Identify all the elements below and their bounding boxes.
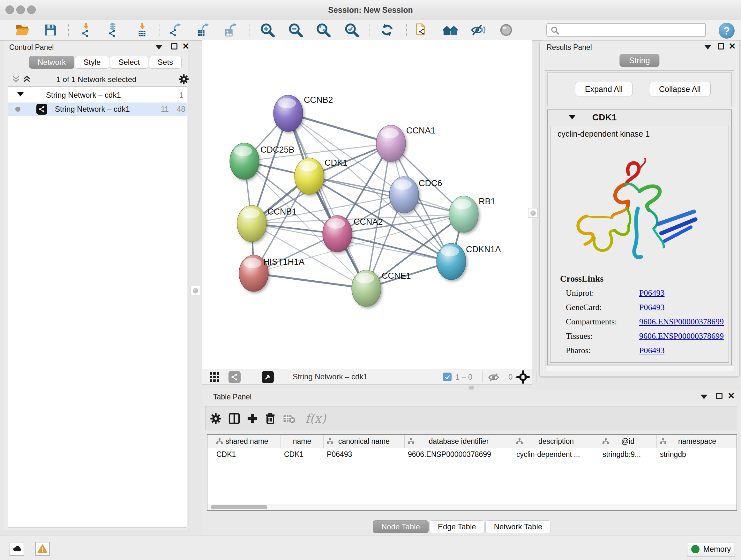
crosslink-link[interactable]: P06493 (639, 303, 664, 312)
table-cell[interactable]: P06493 (324, 448, 405, 461)
table-cell[interactable]: CDK1 (281, 448, 324, 461)
network-node-CCNE1[interactable] (352, 270, 381, 307)
maximize-panel-icon[interactable] (716, 393, 723, 399)
close-panel-icon[interactable]: ✕ (729, 43, 736, 50)
warnings-button[interactable] (35, 542, 50, 556)
close-panel-icon[interactable]: ✕ (182, 43, 190, 50)
network-view-toolbar: String Network – cdk1 1 – 0 0 – 0 (202, 369, 532, 385)
network-node-CDKN1A[interactable] (436, 243, 466, 280)
network-node-CDC25B[interactable] (230, 143, 259, 179)
tab-string[interactable]: String (619, 54, 659, 67)
network-row-selected[interactable]: String Network – cdk1 11 48 (8, 103, 187, 116)
results-scrollbar-track[interactable] (545, 366, 734, 371)
crosslink-link[interactable]: 9606.ENSP00000378699 (639, 331, 724, 341)
collapse-collection-icon[interactable] (17, 92, 23, 97)
tab-network-table[interactable]: Network Table (485, 520, 551, 533)
network-node-CCNB2[interactable] (273, 95, 303, 132)
table-cell[interactable]: stringdb:9... (599, 448, 657, 461)
zoom-in-button[interactable] (260, 22, 275, 38)
control-panel: Control Panel ✕ NetworkStyleSelectSets 1… (4, 40, 189, 531)
crosslink-link[interactable]: P06493 (639, 346, 664, 355)
column-header-@id[interactable]: @id (599, 435, 657, 448)
home-button[interactable] (443, 22, 458, 38)
zoom-out-button[interactable] (288, 22, 303, 38)
table-cell[interactable]: 9606.ENSP00000378699 (405, 448, 513, 461)
delete-column-trash-icon[interactable] (263, 411, 278, 426)
export-network-button[interactable] (167, 22, 183, 38)
toolbar-separator (406, 23, 407, 37)
column-header-shared-name[interactable]: shared name (213, 435, 281, 448)
network-node-CCNB1[interactable] (237, 205, 266, 242)
clone-network-button[interactable] (414, 22, 429, 38)
refresh-layout-button[interactable] (380, 22, 395, 38)
network-edge-HIST1H1A-CCNE1[interactable] (254, 273, 366, 288)
close-panel-icon[interactable]: ✕ (728, 392, 735, 400)
gear-icon[interactable] (178, 73, 190, 85)
toolbar-separator (68, 23, 69, 37)
table-cell[interactable]: CDK1 (213, 448, 281, 461)
hide-panel-eye-button[interactable] (471, 22, 486, 38)
show-columns-icon[interactable] (226, 411, 242, 426)
export-image-button[interactable] (223, 22, 239, 38)
zoom-selected-button[interactable] (344, 22, 359, 38)
import-table-from-file-button[interactable] (135, 22, 150, 38)
navbar-separator (482, 371, 483, 382)
selected-nodes-checkbox[interactable] (443, 373, 452, 381)
tab-network[interactable]: Network (29, 56, 74, 69)
cloud-button[interactable] (10, 542, 24, 556)
collapse-section-icon[interactable] (569, 115, 576, 119)
tab-sets[interactable]: Sets (149, 56, 182, 69)
maximize-panel-icon[interactable] (718, 43, 724, 50)
crosslink-link[interactable]: 9606.ENSP00000378699 (639, 317, 724, 326)
network-node-CDC6[interactable] (389, 177, 419, 213)
network-graph[interactable]: CCNB2CCNA1CDC25BCDK1CDC6RB1CCNB1CCNA2CDK… (202, 40, 532, 369)
float-panel-icon[interactable] (704, 45, 711, 50)
tab-edge-table[interactable]: Edge Table (429, 520, 485, 533)
export-table-button[interactable] (196, 22, 211, 38)
network-node-RB1[interactable] (449, 196, 478, 233)
network-thumbnail-icon[interactable] (228, 371, 241, 383)
column-header-database-identifier[interactable]: database identifier (405, 435, 513, 448)
table-cell[interactable]: cyclin-dependent ... (513, 448, 599, 461)
memory-button[interactable]: Memory (687, 542, 735, 557)
zoom-fit-button[interactable] (316, 22, 331, 38)
save-session-button[interactable] (43, 22, 58, 38)
network-edge-CCNB2-CCNA1[interactable] (288, 113, 391, 143)
collapse-all-button[interactable]: Collapse All (649, 82, 711, 97)
import-network-from-database-button[interactable] (105, 22, 121, 38)
table-scrollbar-thumb[interactable] (211, 505, 267, 509)
maximize-panel-icon[interactable] (171, 43, 178, 50)
tab-node-table[interactable]: Node Table (373, 520, 428, 533)
tab-style[interactable]: Style (75, 56, 109, 69)
help-button[interactable]: ? (719, 23, 735, 39)
table-cell[interactable]: stringdb (657, 448, 737, 461)
open-session-button[interactable] (15, 22, 30, 38)
left-splitter-handle[interactable] (191, 286, 200, 295)
float-panel-icon[interactable] (700, 395, 708, 399)
column-header-canonical-name[interactable]: canonical name (324, 435, 405, 448)
float-panel-icon[interactable] (155, 45, 162, 50)
grid-view-icon[interactable] (209, 371, 220, 383)
search-input[interactable] (562, 24, 703, 37)
crosslink-link[interactable]: P06493 (639, 288, 664, 298)
column-header-namespace[interactable]: namespace (657, 435, 737, 448)
lens-button[interactable] (498, 22, 514, 38)
network-node-CCNA1[interactable] (376, 125, 406, 162)
node-label-CCNA2: CCNA2 (354, 217, 383, 227)
column-header-description[interactable]: description (513, 435, 599, 448)
add-column-plus-icon[interactable] (245, 411, 260, 426)
expand-all-button[interactable]: Expand All (575, 82, 632, 97)
network-canvas[interactable]: CCNB2CCNA1CDC25BCDK1CDC6RB1CCNB1CCNA2CDK… (202, 40, 532, 369)
network-node-CDK1[interactable] (294, 158, 324, 194)
import-network-from-file-button[interactable] (78, 22, 94, 38)
birdseye-view-icon[interactable] (262, 371, 274, 383)
table-settings-gear-icon[interactable] (208, 411, 223, 426)
network-node-CCNA2[interactable] (323, 215, 352, 254)
right-splitter-handle[interactable] (528, 208, 538, 218)
network-collection-row[interactable]: String Network – cdk1 1 (8, 88, 187, 102)
tab-select[interactable]: Select (110, 56, 148, 69)
reposition-crosshair-icon[interactable] (516, 370, 530, 384)
table-scrollbar-track[interactable] (207, 504, 737, 510)
column-header-name[interactable]: name (281, 435, 324, 448)
crosslink-label: Compartments: (566, 317, 639, 327)
